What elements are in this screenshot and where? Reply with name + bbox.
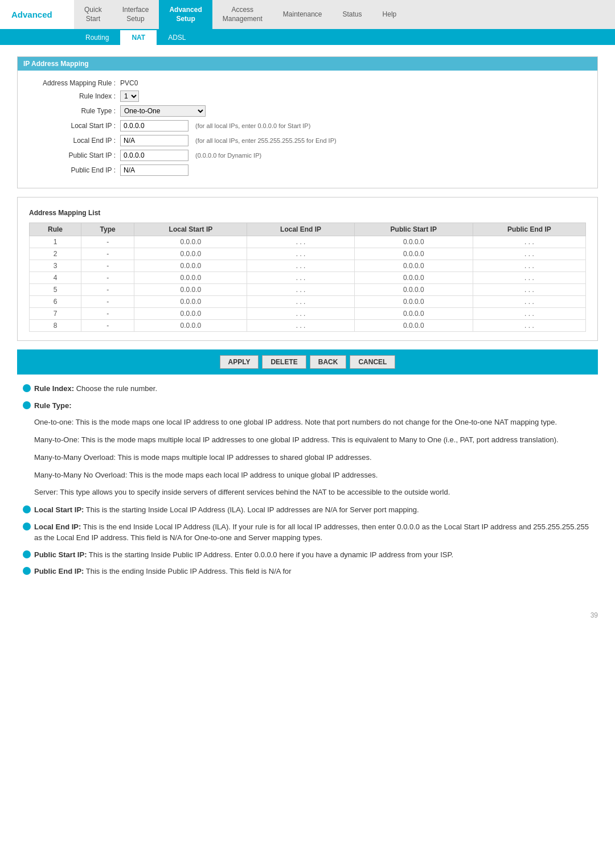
table-row: 6-0.0.0.0. . .0.0.0.0. . . — [30, 296, 586, 308]
desc-text: Local End IP: This is the end Inside Loc… — [34, 521, 592, 544]
address-mapping-rule-value: PVC0 — [120, 79, 138, 87]
desc-bullet-item: Rule Index: Choose the rule number. — [23, 383, 592, 394]
desc-paragraph: Server: This type allows you to specify … — [23, 487, 592, 499]
bullet-icon — [23, 550, 31, 558]
action-bar: APPLY DELETE BACK CANCEL — [17, 349, 598, 375]
local-start-ip-row: Local Start IP : (for all local IPs, ent… — [29, 120, 586, 131]
rule-type-label: Rule Type : — [29, 107, 120, 115]
col-rule: Rule — [30, 223, 81, 236]
local-end-ip-row: Local End IP : (for all local IPs, enter… — [29, 135, 586, 146]
col-local-end: Local End IP — [247, 223, 354, 236]
desc-paragraph: Many-to-Many No Overload: This is the mo… — [23, 470, 592, 482]
ip-address-mapping-body: Address Mapping Rule : PVC0 Rule Index :… — [18, 71, 597, 188]
public-start-ip-row: Public Start IP : (0.0.0.0 for Dynamic I… — [29, 150, 586, 161]
rule-index-select[interactable]: 1234 5678 — [120, 90, 139, 102]
delete-button[interactable]: DELETE — [262, 355, 306, 369]
desc-text: Public Start IP: This is the starting In… — [34, 549, 592, 561]
cancel-button[interactable]: CANCEL — [350, 355, 395, 369]
local-start-ip-input[interactable] — [120, 120, 188, 131]
table-row: 3-0.0.0.0. . .0.0.0.0. . . — [30, 260, 586, 272]
col-public-start: Public Start IP — [354, 223, 473, 236]
local-start-ip-hint: (for all local IPs, enter 0.0.0.0 for St… — [195, 122, 310, 129]
table-row: 5-0.0.0.0. . .0.0.0.0. . . — [30, 284, 586, 296]
table-row: 2-0.0.0.0. . .0.0.0.0. . . — [30, 248, 586, 260]
public-end-ip-input[interactable] — [120, 164, 188, 176]
desc-paragraph: Many-to-One: This is the mode maps multi… — [23, 434, 592, 446]
nav-brand: Advanced — [0, 0, 74, 29]
table-row: 1-0.0.0.0. . .0.0.0.0. . . — [30, 236, 586, 248]
desc-text: Rule Type: — [34, 400, 592, 412]
top-nav: Advanced QuickStartInterfaceSetupAdvance… — [0, 0, 615, 30]
nav-items: QuickStartInterfaceSetupAdvancedSetupAcc… — [74, 0, 407, 29]
nav-item-access-management[interactable]: AccessManagement — [212, 0, 273, 29]
address-mapping-rule-row: Address Mapping Rule : PVC0 — [29, 79, 586, 87]
col-local-start: Local Start IP — [134, 223, 247, 236]
descriptions-section: Rule Index: Choose the rule number.Rule … — [17, 383, 598, 594]
local-end-ip-input[interactable] — [120, 135, 188, 146]
nav-item-interface-setup[interactable]: InterfaceSetup — [112, 0, 159, 29]
bullet-icon — [23, 401, 31, 409]
table-header-row: Rule Type Local Start IP Local End IP Pu… — [30, 223, 586, 236]
rule-index-label: Rule Index : — [29, 92, 120, 100]
desc-bullet-item: Public Start IP: This is the starting In… — [23, 549, 592, 561]
bullet-icon — [23, 567, 31, 575]
sub-nav: RoutingNATADSL — [0, 30, 615, 45]
nav-item-status[interactable]: Status — [333, 5, 372, 25]
public-start-ip-label: Public Start IP : — [29, 151, 120, 159]
table-row: 8-0.0.0.0. . .0.0.0.0. . . — [30, 320, 586, 332]
col-type: Type — [81, 223, 134, 236]
ip-address-mapping-header: IP Address Mapping — [18, 57, 597, 71]
address-mapping-list-title: Address Mapping List — [29, 206, 586, 220]
desc-paragraph: One-to-one: This is the mode maps one lo… — [23, 417, 592, 429]
nav-item-quick-start[interactable]: QuickStart — [74, 0, 112, 29]
local-end-ip-label: Local End IP : — [29, 137, 120, 145]
public-end-ip-label: Public End IP : — [29, 166, 120, 174]
page-number: 39 — [0, 606, 615, 625]
public-end-ip-row: Public End IP : — [29, 164, 586, 176]
main-content: IP Address Mapping Address Mapping Rule … — [0, 45, 615, 605]
ip-address-mapping-panel: IP Address Mapping Address Mapping Rule … — [17, 56, 598, 188]
address-mapping-rule-label: Address Mapping Rule : — [29, 79, 120, 87]
rule-type-select[interactable]: One-to-One Many-to-One Many-to-Many Over… — [120, 105, 206, 117]
col-public-end: Public End IP — [473, 223, 585, 236]
rule-index-row: Rule Index : 1234 5678 — [29, 90, 586, 102]
rule-type-row: Rule Type : One-to-One Many-to-One Many-… — [29, 105, 586, 117]
address-mapping-list-panel: Address Mapping List Rule Type Local Sta… — [17, 197, 598, 341]
local-start-ip-label: Local Start IP : — [29, 122, 120, 130]
public-start-ip-input[interactable] — [120, 150, 188, 161]
local-end-ip-hint: (for all local IPs, enter 255.255.255.25… — [195, 137, 337, 144]
nav-item-maintenance[interactable]: Maintenance — [273, 5, 333, 25]
desc-text: Local Start IP: This is the starting Ins… — [34, 504, 592, 516]
desc-text: Rule Index: Choose the rule number. — [34, 383, 592, 394]
mapping-table: Rule Type Local Start IP Local End IP Pu… — [29, 223, 586, 332]
bullet-icon — [23, 384, 31, 392]
subnav-item-adsl[interactable]: ADSL — [157, 30, 197, 45]
desc-bullet-item: Local End IP: This is the end Inside Loc… — [23, 521, 592, 544]
desc-text: Public End IP: This is the ending Inside… — [34, 566, 592, 577]
nav-item-advanced-setup[interactable]: AdvancedSetup — [159, 0, 212, 29]
desc-bullet-item: Rule Type: — [23, 400, 592, 412]
apply-button[interactable]: APPLY — [220, 355, 259, 369]
desc-bullet-item: Local Start IP: This is the starting Ins… — [23, 504, 592, 516]
desc-bullet-item: Public End IP: This is the ending Inside… — [23, 566, 592, 577]
table-row: 4-0.0.0.0. . .0.0.0.0. . . — [30, 272, 586, 284]
address-mapping-list-body: Address Mapping List Rule Type Local Sta… — [18, 198, 597, 340]
nav-item-help[interactable]: Help — [372, 5, 407, 25]
desc-paragraph: Many-to-Many Overload: This is mode maps… — [23, 452, 592, 464]
public-start-ip-hint: (0.0.0.0 for Dynamic IP) — [195, 152, 261, 159]
subnav-item-nat[interactable]: NAT — [120, 30, 157, 45]
table-row: 7-0.0.0.0. . .0.0.0.0. . . — [30, 308, 586, 320]
bullet-icon — [23, 505, 31, 513]
back-button[interactable]: BACK — [310, 355, 347, 369]
subnav-item-routing[interactable]: Routing — [74, 30, 120, 45]
bullet-icon — [23, 523, 31, 530]
